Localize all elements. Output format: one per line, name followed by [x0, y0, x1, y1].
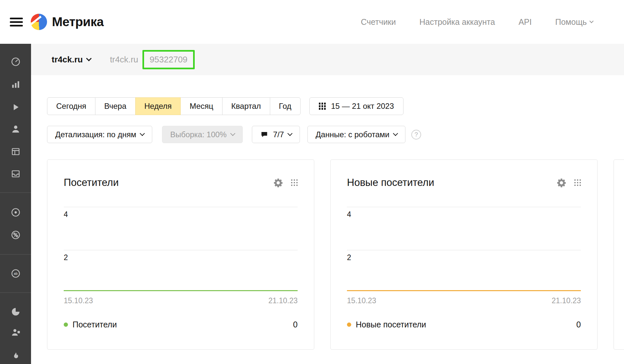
series-line — [64, 290, 298, 291]
audience-icon — [10, 327, 21, 338]
period-quarter-button[interactable]: Квартал — [222, 97, 270, 115]
widget-new-visitors: Новые посетители 4 2 15.10.23 — [330, 159, 598, 350]
left-sidebar: ab — [0, 44, 31, 364]
speech-bubble-icon — [260, 130, 269, 139]
sampling-dropdown[interactable]: Выборка: 100% — [162, 126, 243, 143]
top-header: Метрика Счетчики Настройка аккаунта API … — [0, 0, 624, 44]
comments-dropdown[interactable]: 7/7 — [252, 126, 300, 143]
percent-icon — [10, 230, 21, 240]
sidebar-item-webvisor[interactable] — [0, 102, 31, 112]
gauge-icon — [10, 57, 21, 67]
help-icon[interactable]: ? — [411, 130, 421, 140]
sidebar-item-inbox[interactable] — [0, 169, 31, 179]
y-tick-label: 2 — [64, 253, 68, 262]
nav-counters[interactable]: Счетчики — [361, 17, 396, 27]
counter-id: 95322709 — [150, 55, 188, 65]
gear-icon[interactable] — [556, 178, 567, 188]
main-content: tr4ck.ru tr4ck.ru 95322709 Сегодня Вчера… — [31, 44, 624, 364]
drag-handle-icon[interactable] — [291, 179, 298, 186]
chevron-down-icon — [230, 131, 235, 136]
counter-bar: tr4ck.ru tr4ck.ru 95322709 — [31, 44, 624, 75]
counter-selector[interactable]: tr4ck.ru — [52, 55, 91, 65]
period-yesterday-button[interactable]: Вчера — [95, 97, 136, 115]
annotation-highlight: 95322709 — [142, 50, 195, 69]
hamburger-menu-icon[interactable] — [10, 16, 23, 28]
gridline — [347, 207, 581, 207]
sidebar-item-heatmap[interactable] — [0, 351, 31, 361]
sidebar-divider — [0, 192, 31, 193]
period-today-button[interactable]: Сегодня — [47, 97, 95, 115]
sidebar-divider — [0, 292, 31, 293]
chevron-down-icon — [86, 56, 92, 61]
app-title: Метрика — [52, 15, 104, 29]
inbox-icon — [10, 169, 21, 179]
layout-icon — [10, 146, 21, 157]
legend-label: Посетители — [73, 320, 117, 329]
widgets-row: Посетители 4 2 15.10.23 — [47, 159, 624, 350]
gridline — [64, 250, 298, 250]
svg-text:ab: ab — [14, 272, 18, 275]
detalization-dropdown[interactable]: Детализация: по дням — [47, 126, 152, 143]
ab-icon: ab — [10, 268, 21, 279]
legend-label: Новые посетители — [356, 320, 426, 329]
x-axis-start-label: 15.10.23 — [64, 296, 93, 305]
x-axis-end-label: 21.10.23 — [268, 296, 298, 305]
sidebar-item-analytics[interactable] — [0, 306, 31, 317]
y-tick-label: 4 — [64, 210, 68, 219]
sidebar-item-audience[interactable] — [0, 327, 31, 338]
date-range-button[interactable]: 15 — 21 окт 2023 — [309, 97, 403, 115]
sidebar-item-experiments[interactable]: ab — [0, 268, 31, 279]
chevron-down-icon — [589, 19, 594, 23]
flame-icon — [10, 351, 21, 361]
y-tick-label: 4 — [347, 210, 351, 219]
period-segmented-control: Сегодня Вчера Неделя Месяц Квартал Год — [47, 97, 301, 115]
widget-visitors: Посетители 4 2 15.10.23 — [47, 159, 314, 350]
nav-account-settings[interactable]: Настройка аккаунта — [419, 17, 495, 27]
period-week-button[interactable]: Неделя — [135, 97, 181, 115]
chart-legend[interactable]: Посетители 0 — [64, 320, 298, 329]
chevron-down-icon — [393, 131, 398, 136]
chevron-down-icon — [140, 131, 145, 136]
chevron-down-icon — [287, 131, 293, 136]
data-mode-dropdown[interactable]: Данные: с роботами — [307, 126, 405, 143]
filter-row: Детализация: по дням Выборка: 100% 7/7 Д… — [47, 126, 624, 143]
sidebar-item-goals[interactable] — [0, 207, 31, 218]
nav-api[interactable]: API — [518, 17, 532, 27]
widget-partial — [614, 159, 624, 350]
widget-title: Новые посетители — [347, 177, 434, 189]
sidebar-item-visitors[interactable] — [0, 124, 31, 134]
period-year-button[interactable]: Год — [270, 97, 301, 115]
legend-dot — [347, 323, 351, 327]
drag-handle-icon[interactable] — [574, 179, 581, 186]
x-axis-end-label: 21.10.23 — [551, 296, 581, 305]
sidebar-divider — [0, 254, 31, 255]
calendar-icon — [319, 103, 326, 110]
widget-title: Посетители — [64, 177, 119, 189]
visitors-chart: 4 2 15.10.23 21.10.23 — [64, 207, 298, 305]
metrika-logo-icon — [31, 14, 47, 30]
gear-icon[interactable] — [273, 178, 283, 188]
legend-value: 0 — [576, 320, 581, 329]
legend-value: 0 — [293, 320, 298, 329]
bar-chart-icon — [10, 79, 21, 90]
play-icon — [10, 102, 21, 112]
sidebar-item-dashboards[interactable] — [0, 146, 31, 157]
series-line — [347, 290, 581, 291]
new-visitors-chart: 4 2 15.10.23 21.10.23 — [347, 207, 581, 305]
sidebar-item-summary[interactable] — [0, 57, 31, 67]
nav-help[interactable]: Помощь — [555, 17, 593, 27]
y-tick-label: 2 — [347, 253, 351, 262]
target-icon — [10, 207, 21, 218]
counter-name: tr4ck.ru — [110, 55, 138, 65]
person-icon — [10, 124, 21, 134]
chart-legend[interactable]: Новые посетители 0 — [347, 320, 581, 329]
top-navigation: Счетчики Настройка аккаунта API Помощь — [361, 17, 593, 27]
period-month-button[interactable]: Месяц — [180, 97, 222, 115]
metrika-logo[interactable]: Метрика — [31, 14, 104, 30]
sidebar-item-reports[interactable] — [0, 79, 31, 90]
legend-dot — [64, 323, 68, 327]
gridline — [64, 207, 298, 207]
sidebar-item-conversions[interactable] — [0, 230, 31, 240]
x-axis-start-label: 15.10.23 — [347, 296, 376, 305]
period-row: Сегодня Вчера Неделя Месяц Квартал Год 1… — [47, 97, 624, 115]
